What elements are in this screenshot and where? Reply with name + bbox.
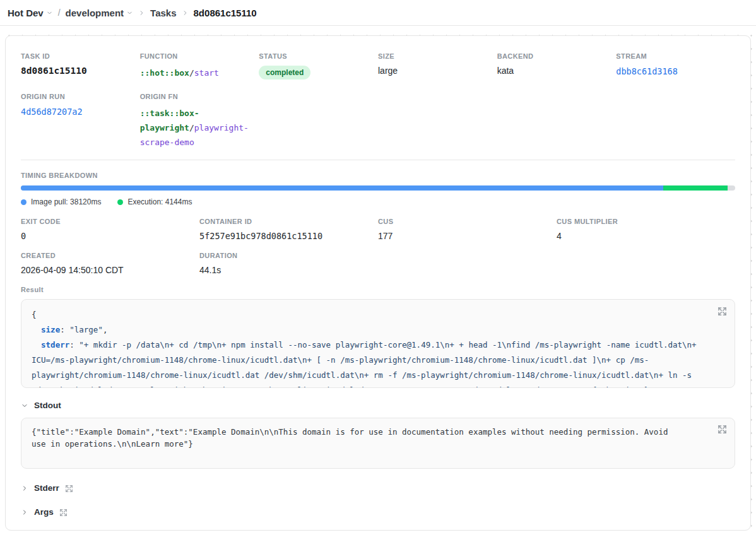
field-label: Size bbox=[378, 52, 497, 60]
stream-link[interactable]: dbb8c61d3168 bbox=[616, 66, 678, 76]
top-bar: Hot Dev / development Tasks 8d0861c15110 bbox=[0, 0, 756, 26]
field-label: Exit Code bbox=[21, 218, 199, 225]
timing-segment-image-pull bbox=[21, 185, 663, 191]
function-value[interactable]: ::hot::box/start bbox=[140, 66, 259, 80]
field-task-id: Task ID 8d0861c15110 bbox=[21, 52, 140, 80]
section-divider bbox=[21, 160, 735, 160]
container-id-value: 5f257e91bc978d0861c15110 bbox=[199, 231, 378, 241]
breadcrumb-separator: / bbox=[58, 8, 61, 18]
stdout-section: Stdout {"title":"Example Domain","text":… bbox=[21, 401, 735, 469]
field-stream: Stream dbb8c61d3168 bbox=[616, 52, 735, 80]
result-code-block: { size: "large", stderr: "+ mkdir -p /da… bbox=[21, 299, 735, 388]
field-origin-fn: Origin FN ::task::box-playwright/playwri… bbox=[140, 93, 259, 150]
stdout-section-title: Stdout bbox=[34, 401, 61, 410]
field-label: Task ID bbox=[21, 52, 140, 60]
duration-value: 44.1s bbox=[199, 265, 378, 275]
stderr-section-title: Stderr bbox=[34, 483, 59, 493]
field-container-id: Container ID 5f257e91bc978d0861c15110 bbox=[199, 218, 378, 241]
tasks-label: Tasks bbox=[150, 8, 176, 18]
collapsed-sections: Stderr Args bbox=[21, 483, 735, 531]
field-label: Stream bbox=[616, 52, 735, 60]
field-function: Function ::hot::box/start bbox=[140, 52, 259, 80]
expand-icon[interactable] bbox=[65, 484, 73, 492]
breadcrumb-environment[interactable]: development bbox=[66, 8, 134, 18]
chevron-right-icon bbox=[21, 509, 28, 516]
cus-value: 177 bbox=[378, 231, 557, 241]
expand-icon[interactable] bbox=[718, 425, 727, 434]
timing-segment-execution bbox=[663, 185, 728, 191]
result-section: Result { size: "large", stderr: "+ mkdir… bbox=[21, 286, 735, 388]
field-label: Created bbox=[21, 252, 199, 259]
task-detail-grid: Task ID 8d0861c15110 Function ::hot::box… bbox=[21, 52, 735, 150]
task-id-value: 8d0861c15110 bbox=[21, 66, 140, 76]
field-label: Origin Run bbox=[21, 93, 140, 100]
function-name: start bbox=[194, 68, 219, 78]
function-prefix: ::hot::box bbox=[140, 68, 189, 78]
exit-code-value: 0 bbox=[21, 231, 199, 241]
expand-icon[interactable] bbox=[718, 306, 727, 315]
field-label: CUs bbox=[378, 218, 557, 225]
result-key-stderr: stderr bbox=[32, 340, 69, 350]
timing-legend: Image pull: 38120ms Execution: 4144ms bbox=[21, 197, 735, 206]
result-label: Result bbox=[21, 286, 735, 293]
origin-fn-value[interactable]: ::task::box-playwright/playwright-scrape… bbox=[140, 106, 259, 150]
result-line-stderr: stderr: "+ mkdir -p /data\n+ cd /tmp\n+ … bbox=[32, 338, 724, 388]
chevron-right-icon bbox=[21, 485, 28, 492]
result-line-size: size: "large", bbox=[32, 322, 724, 338]
stdout-content: {"title":"Example Domain","text":"Exampl… bbox=[32, 426, 724, 461]
field-label: Duration bbox=[199, 252, 378, 259]
field-exit-code: Exit Code 0 bbox=[21, 218, 199, 241]
field-size: Size large bbox=[378, 52, 497, 80]
breadcrumb-task-id: 8d0861c15110 bbox=[194, 8, 257, 18]
result-value-size: "large" bbox=[69, 325, 103, 334]
size-value: large bbox=[378, 66, 497, 76]
legend-label: Execution: 4144ms bbox=[127, 197, 192, 206]
chevron-down-icon bbox=[46, 9, 53, 16]
field-label: CUs Multiplier bbox=[557, 218, 735, 225]
expand-icon[interactable] bbox=[59, 508, 68, 516]
field-label: Container ID bbox=[199, 218, 378, 225]
environment-label: development bbox=[66, 8, 124, 18]
origin-fn-separator: / bbox=[189, 123, 194, 132]
chevron-right-icon bbox=[138, 9, 145, 16]
field-label: Function bbox=[140, 52, 259, 60]
field-label: Status bbox=[259, 52, 378, 60]
legend-item-image-pull: Image pull: 38120ms bbox=[21, 197, 101, 206]
workspace-label: Hot Dev bbox=[8, 8, 44, 18]
field-duration: Duration 44.1s bbox=[199, 252, 378, 275]
field-created: Created 2026-04-09 14:50:10 CDT bbox=[21, 252, 199, 275]
result-key-size: size bbox=[32, 325, 60, 334]
timing-breakdown-section: Timing Breakdown Image pull: 38120ms Exe… bbox=[21, 172, 735, 206]
field-status: Status completed bbox=[259, 52, 378, 80]
function-separator: / bbox=[189, 68, 194, 78]
stdout-code-block: {"title":"Example Domain","text":"Exampl… bbox=[21, 418, 735, 469]
breadcrumb-tasks[interactable]: Tasks bbox=[150, 8, 176, 18]
field-backend: Backend kata bbox=[497, 52, 617, 80]
created-value: 2026-04-09 14:50:10 CDT bbox=[21, 265, 199, 275]
section-args[interactable]: Args bbox=[21, 507, 735, 517]
task-detail-card: Task ID 8d0861c15110 Function ::hot::box… bbox=[5, 35, 751, 531]
backend-value: kata bbox=[497, 66, 617, 76]
metrics-grid: Exit Code 0 Container ID 5f257e91bc978d0… bbox=[21, 218, 735, 275]
stdout-section-header[interactable]: Stdout bbox=[21, 401, 735, 410]
result-line-brace: { bbox=[32, 307, 724, 322]
legend-dot bbox=[117, 199, 123, 205]
cus-multiplier-value: 4 bbox=[557, 231, 735, 241]
legend-dot bbox=[21, 199, 27, 205]
breadcrumb-workspace[interactable]: Hot Dev bbox=[8, 8, 53, 18]
timing-bar bbox=[21, 185, 735, 191]
field-label: Backend bbox=[497, 52, 617, 60]
field-cus: CUs 177 bbox=[378, 218, 557, 241]
chevron-down-icon bbox=[126, 9, 133, 16]
section-stderr[interactable]: Stderr bbox=[21, 483, 735, 493]
chevron-down-icon bbox=[21, 402, 28, 409]
result-value-stderr: "+ mkdir -p /data\n+ cd /tmp\n+ npm inst… bbox=[32, 340, 701, 388]
breadcrumb: Hot Dev / development Tasks 8d0861c15110 bbox=[8, 8, 257, 18]
field-cus-multiplier: CUs Multiplier 4 bbox=[557, 218, 735, 241]
origin-run-link[interactable]: 4d56d87207a2 bbox=[21, 107, 83, 117]
field-label: Origin FN bbox=[140, 93, 259, 100]
legend-label: Image pull: 38120ms bbox=[31, 197, 101, 206]
args-section-title: Args bbox=[34, 507, 54, 517]
field-origin-run: Origin Run 4d56d87207a2 bbox=[21, 93, 140, 150]
legend-item-execution: Execution: 4144ms bbox=[117, 197, 192, 206]
